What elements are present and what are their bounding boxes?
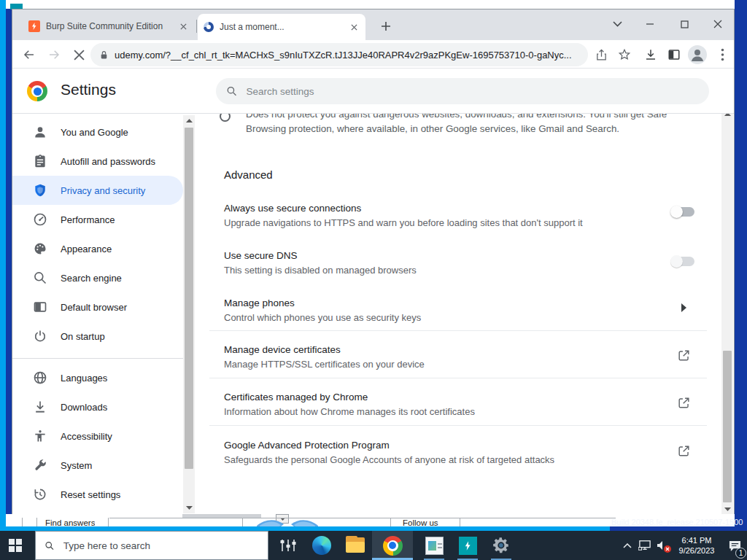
wrench-icon [33, 458, 47, 472]
tab-title: Burp Suite Community Edition [46, 21, 171, 31]
sidebar-item-you-and-google[interactable]: You and Google [12, 117, 183, 147]
taskbar-search-input[interactable] [62, 540, 259, 552]
main-scrollbar[interactable] [721, 109, 733, 515]
tab-close-icon[interactable] [177, 20, 189, 32]
sidebar-scrollbar[interactable] [183, 115, 195, 513]
reset-history-icon [33, 487, 47, 502]
app-window-icon [425, 537, 444, 555]
row-google-advanced-protection[interactable]: Google Advanced Protection Program Safeg… [224, 438, 632, 467]
chrome-icon [383, 536, 403, 556]
row-manage-device-certificates[interactable]: Manage device certificates Manage HTTPS/… [224, 343, 632, 372]
close-button[interactable] [707, 13, 729, 35]
sidebar-item-autofill[interactable]: Autofill and passwords [12, 147, 183, 176]
shield-icon [33, 183, 47, 198]
edge-button[interactable] [305, 531, 338, 560]
scroll-down-icon[interactable] [721, 504, 733, 515]
sidebar-item-reset-settings[interactable]: Reset settings [12, 480, 183, 509]
sidebar-item-downloads[interactable]: Downloads [12, 392, 183, 421]
scrollbar-thumb[interactable] [185, 128, 193, 469]
sidebar-item-languages[interactable]: Languages [12, 363, 183, 392]
manage-phones-arrow-icon[interactable] [662, 303, 705, 312]
notification-count-badge: 1 [735, 548, 746, 559]
chrome-button[interactable] [372, 531, 413, 560]
sidebar-item-default-browser[interactable]: Default browser [12, 292, 183, 322]
task-view-button[interactable] [271, 531, 305, 560]
settings-gear-button[interactable] [484, 531, 518, 560]
desktop-left-strip [0, 0, 6, 531]
scroll-up-icon[interactable] [183, 115, 195, 126]
share-icon[interactable] [592, 45, 611, 64]
task-view-icon [280, 538, 296, 553]
burp-favicon [28, 20, 40, 32]
clock-time: 6:41 PM [674, 535, 719, 545]
tab-strip: Burp Suite Community Edition Just a mome… [12, 9, 734, 40]
row-manage-phones[interactable]: Manage phones Control which phones you u… [224, 296, 632, 325]
search-icon [44, 540, 55, 551]
burp-suite-button[interactable] [451, 531, 484, 560]
row-use-secure-dns[interactable]: Use secure DNS This setting is disabled … [224, 249, 632, 278]
volume-muted-icon[interactable] [654, 531, 671, 560]
file-explorer-button[interactable] [338, 531, 372, 560]
downloads-icon[interactable] [641, 45, 660, 64]
back-icon[interactable] [20, 45, 39, 64]
app-window-button[interactable] [417, 531, 451, 560]
profile-avatar[interactable] [688, 45, 707, 64]
settings-search-box[interactable] [216, 78, 709, 104]
tray-chevron-up-icon[interactable] [619, 531, 636, 560]
scroll-down-icon[interactable] [183, 502, 195, 513]
forward-icon[interactable] [44, 45, 63, 64]
sidebar-item-search-engine[interactable]: Search engine [12, 263, 183, 292]
sidebar-item-accessibility[interactable]: Accessibility [12, 421, 183, 451]
burp-suite-icon [459, 537, 477, 555]
tab-just-a-moment[interactable]: Just a moment... [198, 14, 365, 40]
sidebar-item-privacy-and-security[interactable]: Privacy and security [12, 176, 183, 205]
taskbar-clock[interactable]: 6:41 PM 9/26/2023 [674, 535, 719, 556]
start-button[interactable] [9, 539, 22, 552]
external-link-icon[interactable] [662, 349, 705, 362]
radio-no-protection[interactable] [220, 114, 231, 122]
clock-date: 9/26/2023 [674, 545, 719, 556]
taskbar: 6:41 PM 9/26/2023 1 [0, 531, 747, 560]
folder-icon [346, 537, 365, 553]
minimize-button[interactable] [639, 13, 661, 35]
address-bar[interactable]: udemy.com/?__cf_chl_rt_tk=MACHxS_s9nIuTX… [90, 43, 588, 66]
sidebar-item-on-startup[interactable]: On startup [12, 322, 183, 351]
sidebar-item-performance[interactable]: Performance [12, 205, 183, 234]
radio-option-description: Does not protect you against dangerous w… [246, 114, 667, 136]
sidebar-item-appearance[interactable]: Appearance [12, 234, 183, 263]
power-icon [33, 329, 47, 343]
section-label-advanced: Advanced [224, 168, 273, 181]
sidebar-item-system[interactable]: System [12, 451, 183, 480]
tab-close-icon[interactable] [348, 21, 360, 33]
backdrop-window-top [6, 0, 735, 9]
row-always-use-secure-connections[interactable]: Always use secure connections Upgrade na… [224, 201, 632, 230]
tab-search-chevron-icon[interactable] [606, 13, 628, 35]
stop-loading-icon[interactable] [69, 45, 88, 64]
scrollbar-thumb[interactable] [723, 351, 732, 502]
tab-burp-suite[interactable]: Burp Suite Community Edition [23, 15, 195, 37]
globe-icon [33, 370, 47, 385]
desktop: Burp Suite Community Edition Just a mome… [0, 0, 747, 560]
follow-us-label: Follow us [403, 518, 438, 526]
secure-connections-toggle[interactable] [662, 207, 705, 217]
clipboard-icon [33, 154, 47, 168]
edge-icon [312, 536, 331, 555]
lock-icon [99, 50, 109, 61]
maximize-button[interactable] [673, 13, 695, 35]
toggle-off-disabled-icon [673, 257, 694, 266]
tab-title: Just a moment... [220, 22, 342, 32]
bookmark-star-icon[interactable] [615, 45, 634, 64]
taskbar-search-box[interactable] [35, 531, 268, 560]
external-link-icon[interactable] [662, 444, 705, 458]
external-link-icon[interactable] [662, 396, 705, 410]
secure-dns-toggle [662, 257, 705, 266]
new-tab-button[interactable] [376, 17, 395, 36]
page-title: Settings [61, 81, 116, 98]
action-center-button[interactable]: 1 [722, 531, 747, 560]
row-certificates-managed-by-chrome[interactable]: Certificates managed by Chrome Informati… [224, 390, 632, 419]
menu-kebab-icon[interactable] [713, 45, 732, 64]
network-icon[interactable] [636, 531, 654, 560]
settings-search-input[interactable] [244, 85, 699, 98]
side-panel-icon[interactable] [665, 45, 684, 64]
bird-logo-fragment [257, 518, 318, 526]
